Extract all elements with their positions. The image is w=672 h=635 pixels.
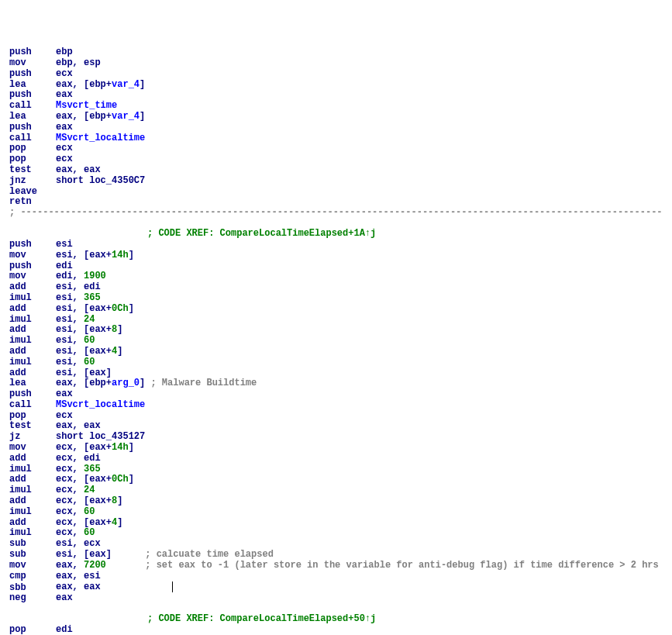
operand-reg: esi [56, 368, 73, 378]
operand-punct: , [ [73, 250, 90, 261]
operand-reg: eax [89, 303, 106, 314]
mnemonic: lea [9, 378, 56, 389]
operand-num: 365 [84, 292, 101, 303]
mnemonic: push [9, 47, 56, 58]
operand-reg: esi [56, 357, 73, 368]
operand-punct: + [106, 346, 112, 357]
operand-punct: , [73, 506, 84, 517]
mnemonic: mov [9, 250, 56, 261]
operand-reg: ecx [56, 485, 73, 495]
operand-reg: ecx [56, 506, 73, 517]
asm-line: pushedi [9, 261, 663, 272]
operand-reg: eax [89, 442, 106, 453]
asm-line: addesi, [eax] [9, 368, 663, 379]
asm-line: leaeax, [ebp+var_4] [9, 112, 663, 123]
operand-reg: eax [56, 592, 73, 603]
mnemonic: pop [9, 625, 56, 635]
mnemonic: jz [9, 432, 56, 443]
mnemonic: pop [9, 154, 56, 165]
operand-punct: + [106, 79, 112, 90]
asm-line: jnzshort loc_4350C7 [9, 176, 663, 187]
mnemonic: jnz [9, 176, 56, 187]
operand-num: 24 [84, 485, 95, 495]
mnemonic: lea [9, 112, 56, 123]
asm-line: addesi, edi [9, 282, 663, 293]
operand-punct: , [ [73, 517, 90, 528]
operand-reg: eax [56, 420, 73, 431]
operand-punct: , [ [73, 474, 90, 485]
asm-line: moveax, 7200 ; set eax to -1 (later stor… [9, 561, 663, 571]
operand-reg: esp [84, 57, 101, 68]
operand-var: var_4 [112, 79, 140, 90]
asm-line: imulecx, 60 [9, 528, 663, 539]
operand-punct: + [106, 250, 112, 261]
operand-reg: ecx [56, 453, 73, 464]
operand-reg: ecx [56, 143, 73, 154]
mnemonic: imul [9, 293, 56, 304]
operand-reg: eax [84, 582, 101, 593]
operand-punct: ] [117, 517, 122, 528]
operand-reg: esi [56, 335, 73, 346]
mnemonic: call [9, 400, 56, 411]
xref-comment: ; CODE XREF: CompareLocalTimeElapsed+1A↑… [147, 228, 376, 239]
mnemonic: mov [9, 58, 56, 69]
operand-punct: , [73, 527, 84, 538]
asm-line: subesi, ecx [9, 539, 663, 550]
operand-reg: ebp [89, 79, 106, 90]
asm-line: addecx, [eax+0Ch] [9, 475, 663, 485]
operand-punct: , [73, 281, 84, 292]
operand-reg: ebp [89, 378, 106, 388]
operand-punct: ] [140, 79, 145, 90]
operand-reg: ecx [56, 464, 73, 475]
operand-reg: ecx [56, 495, 73, 506]
operand-reg: ebp [89, 111, 106, 122]
mnemonic: mov [9, 271, 56, 282]
operand-reg: ecx [56, 410, 73, 421]
disassembly-listing: pushebpmovebp, esppushecxleaeax, [ebp+va… [9, 47, 663, 635]
asm-line: testeax, eax [9, 421, 663, 432]
operand-punct: + [106, 474, 112, 485]
operand-reg: short [56, 431, 89, 442]
operand-num: 365 [84, 464, 101, 475]
operand-punct: , [ [73, 549, 90, 560]
asm-line: imulecx, 24 [9, 485, 663, 496]
operand-reg: eax [89, 324, 106, 335]
asm-line: imulesi, 60 [9, 357, 663, 368]
mnemonic: imul [9, 485, 56, 496]
operand-punct: + [106, 303, 112, 314]
operand-punct: + [106, 111, 112, 122]
asm-line: pusheax [9, 389, 663, 400]
operand-punct: , [73, 357, 84, 368]
asm-line: movecx, [eax+14h] [9, 443, 663, 454]
operand-reg: esi [56, 314, 73, 325]
mnemonic: add [9, 518, 56, 529]
operand-reg: edi [56, 271, 73, 281]
asm-line: addesi, [eax+4] [9, 347, 663, 357]
mnemonic: mov [9, 443, 56, 454]
operand-punct: ] [129, 474, 134, 485]
mnemonic: mov [9, 561, 56, 571]
operand-punct: + [106, 442, 112, 453]
operand-punct: ] [106, 549, 112, 560]
mnemonic: imul [9, 507, 56, 518]
mnemonic: leave [9, 187, 56, 198]
section-separator: ; --------------------------------------… [9, 208, 663, 219]
operand-punct: , [73, 571, 84, 582]
operand-punct: , [73, 57, 84, 68]
mnemonic: sub [9, 550, 56, 561]
operand-punct: ] [106, 368, 112, 378]
asm-line: movesi, [eax+14h] [9, 250, 663, 261]
mnemonic: add [9, 496, 56, 507]
operand-punct: , [73, 164, 84, 175]
operand-reg: ecx [56, 527, 73, 538]
comment: ; Malware Buildtime [145, 378, 257, 388]
operand-punct: , [ [73, 442, 90, 453]
mnemonic: retn [9, 197, 56, 208]
operand-lbl: loc_4350C7 [89, 175, 145, 186]
asm-line: negeax [9, 593, 663, 604]
asm-line: popecx [9, 411, 663, 422]
operand-reg: eax [56, 378, 73, 388]
asm-line: callMSvcrt_localtime [9, 133, 663, 144]
operand-num: 60 [84, 506, 95, 517]
operand-reg: esi [56, 324, 73, 335]
